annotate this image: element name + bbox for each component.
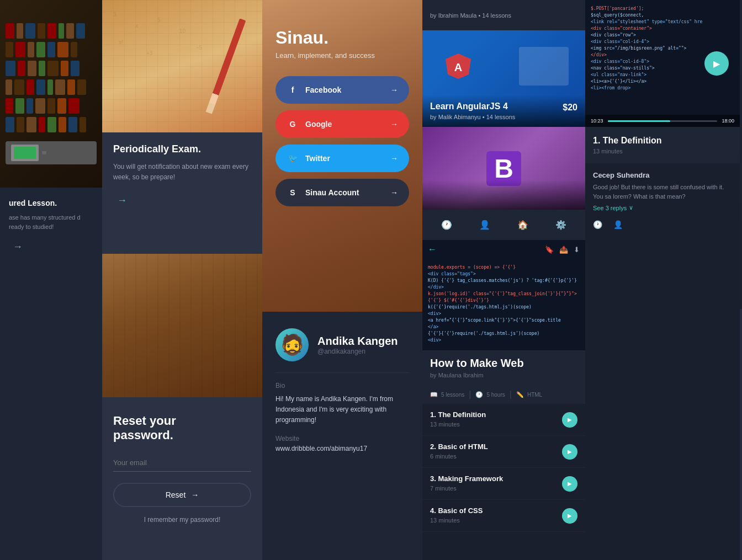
video-progress-bar: 10:23 18:00 (585, 115, 740, 127)
nav-home-icon[interactable]: 🏠 (517, 220, 528, 230)
remember-link[interactable]: I remember my password! (113, 516, 251, 524)
web-course-info: How to Make Web by Maulana Ibrahim (422, 350, 585, 385)
google-icon: G (287, 118, 299, 130)
col1-panel: ured Lesson. ase has many structured d r… (0, 0, 102, 560)
video-total-time: 18:00 (722, 118, 734, 124)
lesson-item-1[interactable]: 1. The Definition 13 minutes ▶ (422, 404, 585, 436)
profile-handle: @andikakangen (317, 348, 398, 355)
profile-name: Andika Kangen (317, 335, 398, 348)
email-field[interactable] (113, 454, 251, 472)
exam-card: Periodically Exam. You will get notifica… (102, 132, 262, 254)
reset-button[interactable]: Reset → (113, 483, 251, 507)
progress-track[interactable] (608, 120, 718, 122)
web-course-title: How to Make Web (430, 357, 577, 370)
svg-text:x²: x² (119, 39, 124, 45)
google-login-btn[interactable]: G Google → (275, 110, 409, 138)
duration: 5 hours (486, 392, 505, 398)
svg-rect-0 (102, 0, 262, 132)
svg-text:+3: +3 (146, 50, 153, 56)
divider (275, 372, 409, 373)
lessons-list: 1. The Definition 13 minutes ▶ 2. Basic … (422, 404, 585, 560)
col3-panel: Sinau. Learn, implement, and success f F… (262, 0, 422, 560)
twitter-login-btn[interactable]: 🐦 Twitter → (275, 145, 409, 172)
col5-panel: $.POST['pancaried']; $sql_query($connect… (585, 0, 740, 560)
clock-icon: 🕐 (475, 391, 483, 398)
lesson-2-play-btn[interactable]: ▶ (562, 444, 577, 460)
nav-clock-icon[interactable]: 🕐 (441, 220, 452, 230)
comments-section: Cecep Suhendra Good job! But there is so… (585, 163, 740, 560)
twitter-icon: 🐦 (287, 152, 299, 164)
current-lesson-title: 1. The Definition (593, 136, 732, 146)
svg-text:A: A (454, 61, 462, 73)
website-link[interactable]: www.dribbble.com/abimanyu17 (275, 445, 409, 452)
lesson-item-3[interactable]: 3. Making Framework 7 minutes ▶ (422, 468, 585, 500)
course-nav-bar: 🕐 👤 🏠 ⚙️ (422, 210, 585, 240)
col4-panel: by Ibrahim Maula • 14 lessons A Learn An… (422, 0, 585, 560)
bio-label: Bio (275, 382, 409, 390)
sinau-account-btn[interactable]: S Sinau Account → (275, 179, 409, 206)
current-lesson-duration: 13 minutes (593, 148, 732, 154)
sinau-login-panel: Sinau. Learn, implement, and success f F… (262, 0, 422, 312)
comment-text: Good job! But there is some still confus… (593, 183, 732, 201)
web-course-author: by Maulana Ibrahim (430, 372, 577, 378)
bio-text: Hi! My name is Andika Kangen. I'm from I… (275, 394, 409, 426)
lesson-4-duration: 13 minutes (430, 517, 460, 524)
lesson-2-title: 2. Basic of HTML (430, 442, 488, 451)
nav-person-icon[interactable]: 👤 (479, 220, 490, 230)
comment-item: Cecep Suhendra Good job! But there is so… (593, 171, 732, 211)
lesson-arrow-btn[interactable]: → (9, 238, 26, 255)
exam-arrow-btn[interactable]: → (113, 191, 131, 209)
facebook-login-btn[interactable]: f Facebook → (275, 76, 409, 104)
avatar: 🧔 (275, 328, 309, 361)
svg-text:÷5: ÷5 (196, 45, 202, 51)
bookshelf-image (0, 0, 102, 188)
nav-gear-icon[interactable]: ⚙️ (555, 220, 566, 230)
lessons-count: 5 lessons (441, 392, 464, 398)
separator1: | (469, 390, 471, 399)
share-icon[interactable]: 📤 (559, 246, 568, 254)
lesson-desc: ase has many structured d ready to studi… (9, 213, 93, 231)
reply-icon[interactable]: 👤 (613, 220, 623, 229)
video-player: $.POST['pancaried']; $sql_query($connect… (585, 0, 740, 127)
book-icon: 📖 (430, 391, 438, 398)
tech: HTML (527, 392, 542, 398)
web-course-header: ← 🔖 📤 ⬇ module.exports = (scope) => {'{'… (422, 240, 585, 350)
commenter-name: Cecep Suhendra (593, 171, 732, 179)
profile-header-panel: 🧔 Andika Kang (740, 0, 742, 309)
bootstrap-header: by Ibrahim Maula • 14 lessons (422, 0, 585, 30)
lesson-title: ured Lesson. (9, 199, 93, 207)
lesson-item-2[interactable]: 2. Basic of HTML 6 minutes ▶ (422, 436, 585, 468)
code-icon: ✏️ (516, 391, 524, 398)
like-icon[interactable]: 🕐 (593, 220, 602, 229)
separator2: | (510, 390, 512, 399)
see-replies-btn[interactable]: See 3 replys ∨ (593, 204, 732, 211)
angular-course-card[interactable]: A Learn AngularJS 4 $20 by Malik Abimany… (422, 30, 585, 127)
exam-title: Periodically Exam. (113, 143, 251, 155)
svg-text:10: 10 (179, 28, 186, 34)
bookmark-icon[interactable]: 🔖 (545, 246, 554, 254)
lesson-item-4[interactable]: 4. Basic of CSS 13 minutes ▶ (422, 500, 585, 532)
wood-image (102, 254, 262, 397)
col2-panel: 3 x 5 10 x² +3 ÷5 Periodically Exam. You… (102, 0, 262, 560)
lesson-1-duration: 13 minutes (430, 421, 460, 428)
lesson-3-play-btn[interactable]: ▶ (562, 476, 577, 492)
bootstrap-course-card[interactable]: B (422, 127, 585, 210)
math-image: 3 x 5 10 x² +3 ÷5 (102, 0, 262, 132)
lesson-2-duration: 6 minutes (430, 453, 457, 460)
col6-panel: 🧔 Andika Kang Account Username @andikaka… (740, 0, 742, 560)
sinau-subtitle: Learn, implement, and success (275, 51, 409, 60)
lesson-4-play-btn[interactable]: ▶ (562, 508, 577, 524)
bootstrap-author: by Ibrahim Maula • 14 lessons (430, 12, 511, 19)
reset-panel: Reset yourpassword. Reset → I remember m… (102, 397, 262, 560)
comment-actions: 🕐 👤 (593, 220, 732, 229)
sinau-title: Sinau. (275, 28, 409, 48)
download-icon[interactable]: ⬇ (574, 246, 580, 254)
play-button[interactable]: ▶ (704, 51, 729, 76)
profile-panel: 🧔 Andika Kangen @andikakangen Bio Hi! My… (262, 312, 422, 560)
lesson-title-bar: 1. The Definition 13 minutes (585, 127, 740, 163)
facebook-icon: f (287, 84, 299, 96)
lesson-1-title: 1. The Definition (430, 410, 486, 419)
back-arrow-icon[interactable]: ← (428, 244, 437, 254)
lesson-1-play-btn[interactable]: ▶ (562, 412, 577, 428)
account-settings-panel: Account Username @andikakangen Email and… (740, 309, 742, 560)
